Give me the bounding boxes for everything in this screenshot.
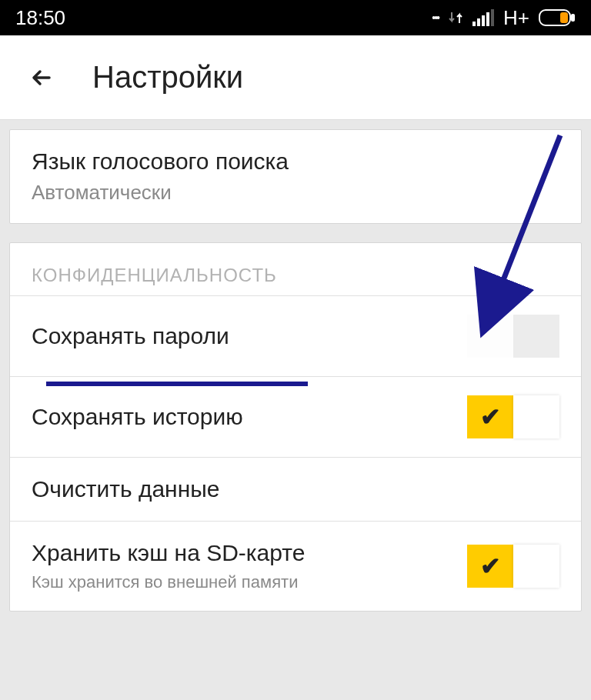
section-header-privacy: КОНФИДЕНЦИАЛЬНОСТЬ	[10, 243, 581, 296]
more-icon: •••	[432, 12, 439, 24]
svg-rect-3	[486, 12, 489, 26]
svg-rect-7	[560, 12, 568, 23]
back-button[interactable]	[28, 64, 55, 92]
svg-rect-1	[477, 18, 480, 26]
card-privacy: КОНФИДЕНЦИАЛЬНОСТЬ Сохранять пароли Сохр…	[9, 242, 582, 612]
svg-rect-0	[472, 22, 476, 26]
network-type: H+	[503, 6, 529, 30]
app-bar: Настройки	[0, 35, 591, 120]
status-time: 18:50	[15, 6, 65, 30]
battery-icon	[539, 9, 576, 26]
signal-icon	[472, 9, 494, 26]
status-bar: 18:50 ••• H+	[0, 0, 591, 35]
checkmark-icon: ✔	[480, 402, 501, 432]
page-title: Настройки	[92, 60, 243, 95]
cache-sd-subtitle: Кэш хранится во внешней памяти	[32, 572, 452, 592]
save-history-title: Сохранять историю	[32, 404, 452, 430]
settings-content: Язык голосового поиска Автоматически КОН…	[0, 120, 591, 612]
setting-cache-sd[interactable]: Хранить кэш на SD-карте Кэш хранится во …	[10, 522, 581, 611]
voice-search-value: Автоматически	[32, 181, 559, 205]
svg-rect-6	[571, 14, 575, 22]
status-indicators: ••• H+	[432, 6, 576, 30]
setting-clear-data[interactable]: Очистить данные	[10, 458, 581, 522]
checkmark-icon: ✔	[480, 552, 501, 581]
svg-rect-2	[482, 15, 485, 26]
data-arrows-icon	[448, 10, 463, 25]
setting-save-history[interactable]: Сохранять историю ✔	[10, 377, 581, 458]
svg-rect-4	[491, 9, 494, 26]
save-passwords-title: Сохранять пароли	[32, 323, 452, 349]
toggle-save-passwords[interactable]	[467, 315, 559, 358]
cache-sd-title: Хранить кэш на SD-карте	[32, 540, 452, 566]
setting-voice-search-language[interactable]: Язык голосового поиска Автоматически	[10, 130, 581, 223]
toggle-cache-sd[interactable]: ✔	[467, 545, 559, 588]
clear-data-title: Очистить данные	[32, 476, 559, 502]
toggle-save-history[interactable]: ✔	[467, 395, 559, 438]
card-voice-search: Язык голосового поиска Автоматически	[9, 129, 582, 224]
voice-search-title: Язык голосового поиска	[32, 148, 559, 175]
annotation-underline	[46, 382, 308, 386]
setting-save-passwords[interactable]: Сохранять пароли	[10, 296, 581, 377]
